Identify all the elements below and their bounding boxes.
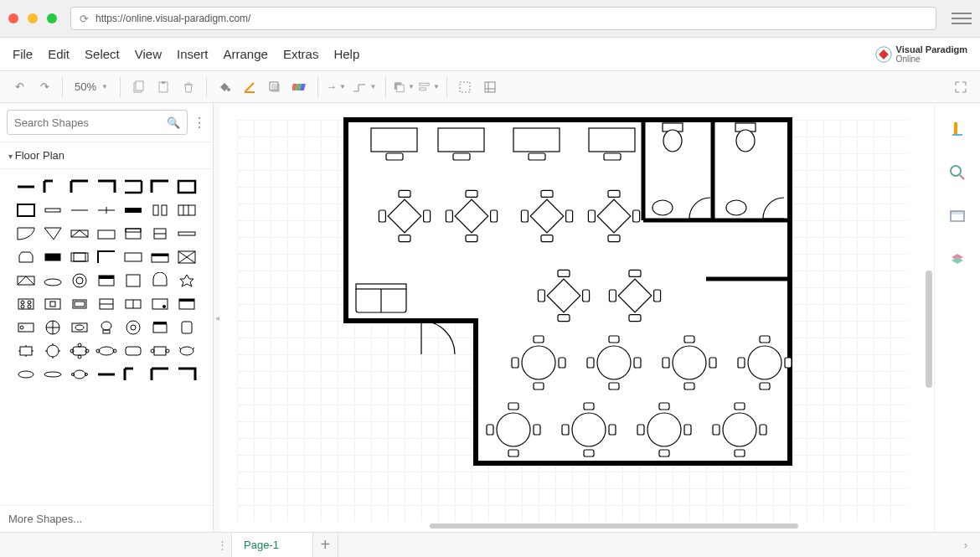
shape-item[interactable] [148, 295, 172, 313]
shape-item[interactable] [14, 295, 38, 313]
shape-item[interactable] [175, 271, 199, 290]
shape-item[interactable] [148, 201, 172, 219]
zoom-select[interactable]: 50%▼ [70, 80, 113, 93]
shape-item[interactable] [175, 224, 199, 243]
menu-extras[interactable]: Extras [283, 47, 319, 61]
shape-item[interactable] [95, 342, 118, 360]
select-region-button[interactable] [454, 76, 476, 98]
shape-item[interactable] [41, 318, 64, 337]
shape-item[interactable] [121, 201, 145, 219]
shape-item[interactable] [68, 178, 91, 196]
canvas[interactable] [220, 103, 934, 532]
window-maximize-dot[interactable] [47, 13, 57, 23]
shape-item[interactable] [41, 201, 64, 219]
shape-item[interactable] [148, 224, 172, 243]
vertical-scrollbar[interactable] [926, 271, 932, 388]
delete-button[interactable] [178, 76, 199, 98]
shape-item[interactable] [121, 271, 145, 290]
shape-item[interactable] [14, 224, 38, 243]
shape-item[interactable] [148, 318, 172, 337]
shape-item[interactable] [41, 178, 64, 196]
menu-help[interactable]: Help [333, 47, 359, 61]
menu-view[interactable]: View [135, 47, 162, 61]
menu-insert[interactable]: Insert [177, 47, 209, 61]
format-panel-icon[interactable] [948, 120, 967, 138]
hamburger-menu-icon[interactable] [952, 8, 972, 28]
shape-item[interactable] [121, 295, 145, 313]
collapse-right-icon[interactable]: › [952, 539, 980, 551]
shape-item[interactable] [95, 224, 118, 243]
menu-edit[interactable]: Edit [48, 47, 70, 61]
fit-page-button[interactable] [479, 76, 501, 98]
copy-button[interactable] [127, 76, 149, 98]
shadow-button[interactable] [264, 76, 286, 98]
shape-item[interactable] [41, 224, 64, 243]
palette-header[interactable]: Floor Plan [0, 142, 213, 169]
shape-item[interactable] [121, 365, 145, 384]
shape-item[interactable] [68, 295, 91, 313]
shape-item[interactable] [121, 318, 145, 337]
add-page-button[interactable]: + [313, 533, 338, 557]
shape-item[interactable] [148, 365, 172, 384]
shape-item[interactable] [14, 271, 38, 290]
shape-item[interactable] [14, 365, 38, 384]
more-shapes-link[interactable]: More Shapes... [0, 505, 213, 532]
shape-item[interactable] [68, 248, 91, 266]
shape-item[interactable] [95, 295, 118, 313]
style-button[interactable] [289, 76, 311, 98]
shape-item[interactable] [41, 295, 64, 313]
shape-item[interactable] [14, 318, 38, 337]
shape-item[interactable] [175, 201, 199, 219]
shape-item[interactable] [68, 224, 91, 243]
search-icon[interactable]: 🔍 [167, 116, 180, 129]
paste-button[interactable] [152, 76, 174, 98]
shape-item[interactable] [95, 318, 118, 337]
shape-item[interactable] [121, 248, 145, 266]
redo-button[interactable]: ↷ [34, 76, 55, 98]
shape-item[interactable] [41, 342, 64, 360]
refresh-icon[interactable]: ⟳ [80, 13, 89, 25]
panel-menu-icon[interactable]: ⋮ [193, 110, 206, 135]
shape-item[interactable] [14, 248, 38, 266]
fill-color-button[interactable] [214, 76, 235, 98]
shape-item[interactable] [68, 342, 91, 360]
align-button[interactable]: ▼ [418, 76, 440, 98]
shape-item[interactable] [148, 342, 172, 360]
shape-item[interactable] [175, 365, 199, 384]
shape-item[interactable] [175, 318, 199, 337]
undo-button[interactable]: ↶ [8, 76, 30, 98]
menu-file[interactable]: File [13, 47, 33, 61]
shape-item[interactable] [95, 201, 118, 219]
shape-item[interactable] [68, 365, 91, 384]
shape-item[interactable] [14, 342, 38, 360]
shape-item[interactable] [148, 248, 172, 266]
waypoint-button[interactable]: ▼ [350, 76, 379, 98]
shape-item[interactable] [41, 365, 64, 384]
menu-arrange[interactable]: Arrange [224, 47, 268, 61]
horizontal-scrollbar[interactable] [430, 523, 798, 529]
search-shapes-input[interactable]: 🔍 [7, 110, 188, 135]
menu-select[interactable]: Select [85, 47, 120, 61]
shape-item[interactable] [175, 342, 199, 360]
floor-plan-drawing[interactable] [338, 111, 807, 488]
shape-item[interactable] [14, 201, 38, 219]
connection-button[interactable]: →▼ [325, 76, 347, 98]
shape-item[interactable] [95, 248, 118, 266]
shape-item[interactable] [41, 248, 64, 266]
search-field[interactable] [14, 116, 167, 129]
shape-item[interactable] [68, 271, 91, 290]
shape-item[interactable] [95, 271, 118, 290]
shape-item[interactable] [95, 178, 118, 196]
window-minimize-dot[interactable] [28, 13, 38, 23]
shape-item[interactable] [175, 178, 199, 196]
search-panel-icon[interactable] [948, 163, 967, 182]
shape-item[interactable] [68, 201, 91, 219]
line-color-button[interactable] [239, 76, 260, 98]
shape-item[interactable] [95, 365, 118, 384]
shape-item[interactable] [175, 248, 199, 266]
shape-item[interactable] [121, 224, 145, 243]
shape-item[interactable] [121, 342, 145, 360]
shape-item[interactable] [121, 178, 145, 196]
shape-item[interactable] [14, 178, 38, 196]
shape-item[interactable] [148, 178, 172, 196]
